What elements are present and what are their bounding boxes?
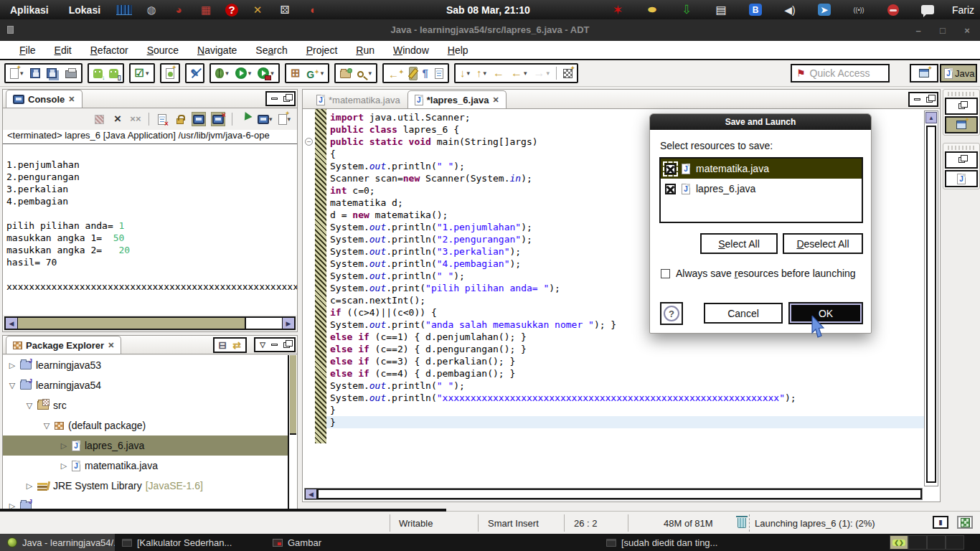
menu-source[interactable]: Source bbox=[138, 41, 188, 59]
scroll-right-icon[interactable]: ▶ bbox=[282, 318, 294, 329]
menu-file[interactable]: File bbox=[10, 41, 45, 59]
print-button[interactable] bbox=[64, 67, 78, 79]
bulb-icon[interactable]: ⬬ bbox=[646, 3, 659, 17]
alert-starburst-icon[interactable]: ✶ bbox=[611, 3, 624, 17]
editor-hscroll-thumb[interactable] bbox=[317, 489, 922, 499]
gc-button[interactable] bbox=[738, 512, 746, 534]
tree-item-learningjava53[interactable]: ▷learningjava53 bbox=[3, 355, 288, 375]
tree-expander-icon[interactable]: ▷ bbox=[59, 461, 69, 471]
terminate-button[interactable] bbox=[93, 112, 106, 126]
clear-console-button[interactable] bbox=[156, 112, 169, 126]
panel-menu-aplikasi[interactable]: Aplikasi bbox=[0, 4, 59, 16]
panel-menu-lokasi[interactable]: Lokasi bbox=[59, 4, 110, 16]
shell-app-icon[interactable]: ◖ bbox=[304, 2, 320, 18]
news-reader-icon[interactable]: ▤ bbox=[715, 3, 727, 17]
dropdown-arrow-icon[interactable]: ▾ bbox=[248, 70, 252, 77]
red-grid-window-app-icon[interactable]: ▦ bbox=[198, 2, 214, 18]
remove-launch-button[interactable]: × bbox=[111, 112, 124, 126]
debug-button[interactable]: ▾ bbox=[214, 67, 230, 79]
resource-checkbox[interactable] bbox=[665, 164, 676, 174]
new-android-project-button[interactable] bbox=[164, 67, 176, 80]
tree-expander-icon[interactable]: ▽ bbox=[24, 401, 34, 410]
tree-item-jre-system-library[interactable]: ▷JRE System Library[JavaSE-1.6] bbox=[3, 476, 288, 496]
show-on-output-button[interactable] bbox=[211, 112, 225, 126]
package-explorer-tab[interactable]: Package Explorer ✕ bbox=[6, 336, 121, 354]
network-signal-icon[interactable]: ((•)) bbox=[852, 3, 865, 17]
workspace-1[interactable]: ❮❯ bbox=[890, 535, 908, 550]
panel-clock[interactable]: Sab 08 Mar, 21:10 bbox=[439, 0, 537, 19]
open-console-button[interactable]: ▾ bbox=[278, 112, 291, 126]
menu-search[interactable]: Search bbox=[246, 41, 296, 59]
console-maximize-icon[interactable] bbox=[283, 96, 290, 102]
console-tab-close-icon[interactable]: ✕ bbox=[68, 95, 75, 104]
window-titlebar[interactable]: Java - learningjava54/src/lapres_6.java … bbox=[0, 19, 980, 41]
editor-scroll-up-icon[interactable]: ▲ bbox=[925, 112, 937, 123]
console-hscroll-thumb[interactable] bbox=[18, 318, 246, 329]
menu-help[interactable]: Help bbox=[438, 41, 478, 59]
ok-button[interactable]: OK bbox=[788, 302, 863, 324]
user-menu[interactable]: Fariz bbox=[952, 0, 974, 19]
scroll-lock-button[interactable] bbox=[174, 112, 187, 126]
drag-handle[interactable] bbox=[948, 146, 975, 150]
open-perspective-button[interactable] bbox=[910, 64, 938, 83]
dropdown-arrow-icon[interactable]: ▾ bbox=[524, 70, 527, 77]
scroll-left-icon[interactable]: ◀ bbox=[6, 318, 18, 329]
workspace-3[interactable] bbox=[927, 535, 946, 550]
tree-expander-icon[interactable]: ▷ bbox=[24, 481, 34, 491]
editor-scroll-left-icon[interactable]: ◀ bbox=[305, 489, 317, 499]
menu-edit[interactable]: Edit bbox=[45, 41, 81, 59]
package-explorer-tab-close-icon[interactable]: ✕ bbox=[108, 341, 114, 350]
new-wizard-button[interactable]: ▾ bbox=[9, 67, 25, 80]
dropdown-arrow-icon[interactable]: ▾ bbox=[368, 70, 372, 77]
show-progress-view-button[interactable] bbox=[957, 516, 973, 529]
forward-history-button[interactable]: →▾ bbox=[532, 67, 552, 80]
menu-project[interactable]: Project bbox=[297, 41, 347, 59]
select-all-button[interactable]: Select All bbox=[700, 233, 778, 254]
pointer-device-icon[interactable]: ➤ bbox=[818, 4, 831, 16]
editor-tab--matematika-java[interactable]: *matematika.java bbox=[309, 90, 407, 108]
pin-editor-button[interactable] bbox=[562, 68, 574, 79]
tree-item-lapres-6-java[interactable]: ▷lapres_6.java bbox=[3, 435, 288, 456]
taskbar-item-3[interactable]: Gambar bbox=[265, 534, 430, 551]
workspace-2[interactable] bbox=[908, 535, 927, 550]
last-edit-location-button[interactable]: ← bbox=[387, 66, 405, 81]
tree-expander-icon[interactable]: ▽ bbox=[42, 421, 52, 430]
dialog-title[interactable]: Save and Launch bbox=[650, 114, 871, 130]
menu-window[interactable]: Window bbox=[384, 41, 438, 59]
view-menu-icon[interactable]: ▽ bbox=[260, 339, 265, 351]
tree-expander-icon[interactable]: ▽ bbox=[7, 381, 17, 390]
restore-view-button[interactable] bbox=[945, 98, 978, 115]
back-history-button[interactable]: ←▾ bbox=[509, 67, 529, 80]
workspace-4[interactable] bbox=[946, 535, 964, 550]
help-balloon-app-icon[interactable]: ? bbox=[225, 4, 238, 17]
resource-checkbox[interactable] bbox=[665, 184, 676, 194]
console-tab[interactable]: Console ✕ bbox=[6, 90, 83, 108]
remove-all-launches-button[interactable]: ×× bbox=[129, 112, 142, 126]
tree-item-learningjava54[interactable]: ▽learningjava54 bbox=[3, 375, 288, 395]
deselect-all-button[interactable]: Deselect All bbox=[783, 233, 863, 254]
editor-vscrollbar[interactable]: ▲ bbox=[924, 110, 938, 486]
console-output[interactable]: 1.penjumlahan2.pengurangan3.perkalian4.p… bbox=[3, 144, 297, 315]
bottom-sash[interactable] bbox=[0, 509, 446, 512]
next-annotation-button[interactable]: ↓▾ bbox=[458, 67, 471, 80]
save-button[interactable] bbox=[29, 67, 42, 79]
toggle-mark-occurrences-button[interactable] bbox=[409, 67, 418, 80]
dropdown-arrow-icon[interactable]: ▾ bbox=[146, 70, 149, 77]
previous-annotation-button[interactable]: ↑▾ bbox=[475, 67, 488, 80]
android-sdk-manager-button[interactable] bbox=[92, 68, 104, 79]
word-wrap-button[interactable] bbox=[192, 112, 206, 126]
menu-refactor[interactable]: Refactor bbox=[81, 41, 138, 59]
tree-item[interactable]: ▷ bbox=[3, 496, 288, 509]
outline-view-button[interactable] bbox=[945, 116, 978, 133]
quick-access-box[interactable]: ⚑ Quick Access bbox=[791, 64, 890, 83]
dropdown-arrow-icon[interactable]: ▾ bbox=[466, 70, 470, 77]
taskbar-item-1[interactable]: Java - learningjava54/... bbox=[0, 534, 115, 551]
minimize-button[interactable]: – bbox=[913, 25, 924, 36]
display-console-button[interactable]: ▾ bbox=[257, 112, 273, 126]
android-device-manager-button[interactable] bbox=[108, 68, 120, 79]
taskbar-item-2[interactable]: [Kalkulator Sederhan... bbox=[115, 534, 265, 551]
tree-expander-icon[interactable]: ▷ bbox=[7, 501, 17, 509]
tree-item--default-package-[interactable]: ▽(default package) bbox=[3, 415, 288, 435]
chat-icon[interactable] bbox=[921, 3, 934, 17]
pin-console-button[interactable] bbox=[239, 112, 252, 126]
